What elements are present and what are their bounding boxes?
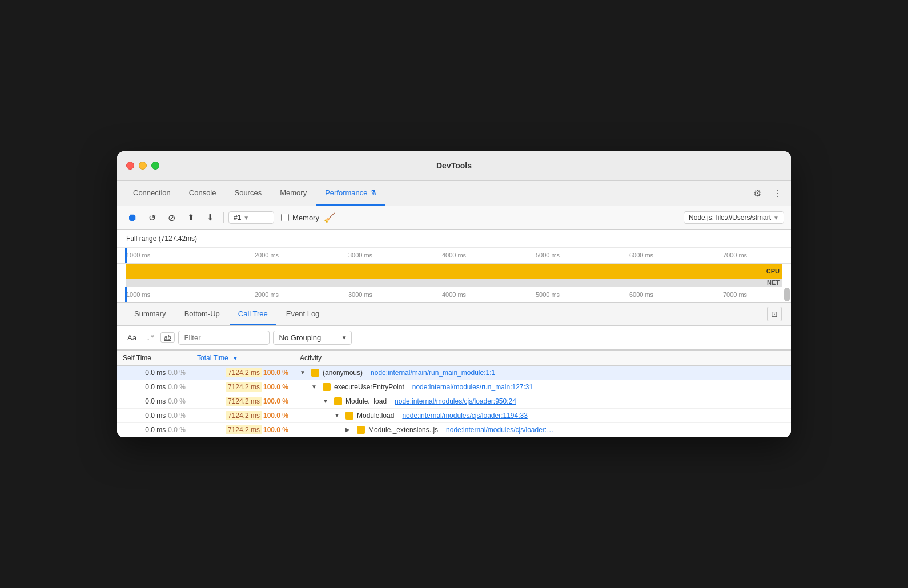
table-row[interactable]: 0.0 ms0.0 %7124.2 ms100.0 % ▼ Module.loa… [117,408,791,422]
self-time-value: 0.0 ms [145,369,166,377]
tab-call-tree[interactable]: Call Tree [230,303,276,325]
func-name: Module.load [357,412,394,420]
func-name: (anonymous) [323,369,363,377]
grouping-select[interactable]: No Grouping Group by URL Group by Domain [273,331,352,345]
profile-label: #1 [234,214,241,221]
upload-button[interactable]: ⬆ [182,209,199,226]
panel-toggle-button[interactable]: ⊡ [767,307,782,321]
table-row[interactable]: 0.0 ms0.0 %7124.2 ms100.0 % ▼ Module._lo… [117,394,791,408]
node-selector[interactable]: Node.js: file:///Users/stmart ▼ [684,211,784,224]
tab-event-log[interactable]: Event Log [278,303,328,325]
match-whole-word-button[interactable]: ab [160,332,174,343]
clear-button[interactable]: ⊘ [163,209,180,226]
total-time-value: 7124.2 ms [226,382,262,392]
cpu-bar [126,264,782,279]
close-button[interactable] [126,162,134,170]
more-button[interactable]: ⋮ [770,186,784,201]
func-link[interactable]: node:internal/modules/run_main:127:31 [412,383,533,391]
devtools-window: DevTools Connection Console Sources Memo… [117,151,791,437]
tabs-bar: Connection Console Sources Memory Perfor… [117,181,791,206]
total-pct-value: 100.0 % [263,426,288,434]
memory-label: Memory [292,214,319,222]
total-pct-value: 100.0 % [263,383,288,391]
self-time-value: 0.0 ms [145,383,166,391]
func-link[interactable]: node:internal/modules/cjs/loader:950:24 [395,397,516,405]
bottom-tabs: Summary Bottom-Up Call Tree Event Log ⊡ [117,303,791,326]
tab-performance[interactable]: Performance ⚗ [316,181,385,206]
net-bar [126,279,782,287]
expand-arrow-icon[interactable]: ▼ [311,384,319,390]
expand-arrow-icon[interactable]: ▼ [300,369,308,376]
timeline-cursor-2 [125,287,127,302]
func-name: Module._load [345,397,387,405]
regex-button[interactable]: .* [143,332,157,343]
self-time-value: 0.0 ms [145,426,166,434]
filter-bar: Aa .* ab No Grouping Group by URL Group … [117,326,791,350]
profile-selector[interactable]: #1 ▼ [228,211,274,224]
table-row[interactable]: 0.0 ms0.0 %7124.2 ms100.0 % ▶ Module._ex… [117,422,791,437]
call-tree-table: Self Time Total Time ▼ Activity 0.0 ms0.… [117,351,791,437]
top-ruler: 1000 ms 2000 ms 3000 ms 4000 ms 5000 ms … [117,248,791,264]
sort-arrow-icon: ▼ [232,355,238,361]
case-sensitive-button[interactable]: Aa [124,332,140,344]
timeline-cursor [125,248,127,263]
download-button[interactable]: ⬇ [202,209,219,226]
expand-arrow-icon[interactable]: ▼ [323,398,331,404]
self-time-value: 0.0 ms [145,397,166,405]
func-name: executeUserEntryPoint [334,383,404,391]
expand-arrow-icon[interactable]: ▼ [334,412,342,418]
self-pct-value: 0.0 % [168,412,186,420]
timeline-header: Full range (7127.42ms) [117,230,791,248]
minimize-button[interactable] [139,162,147,170]
ruler-mark-5000: 5000 ms [501,252,594,259]
filter-input[interactable] [178,331,270,345]
range-label: Full range (7127.42ms) [126,235,197,243]
tab-summary[interactable]: Summary [126,303,174,325]
ruler-mark-b-1000: 1000 ms [126,291,220,298]
memory-checkbox[interactable] [281,214,289,221]
ruler-mark-6000: 6000 ms [594,252,688,259]
tabs-actions: ⚙ ⋮ [751,186,784,201]
func-icon [334,397,342,405]
ruler-mark-7000: 7000 ms [688,252,782,259]
record-button[interactable]: ⏺ [124,209,141,226]
node-arrow-icon: ▼ [773,215,779,221]
tab-bottom-up[interactable]: Bottom-Up [176,303,228,325]
title-bar: DevTools [117,151,791,181]
total-time-value: 7124.2 ms [226,425,262,434]
tab-connection[interactable]: Connection [124,181,180,206]
reload-button[interactable]: ↺ [143,209,160,226]
table-row[interactable]: 0.0 ms0.0 %7124.2 ms100.0 % ▼ (anonymous… [117,365,791,380]
tab-sources[interactable]: Sources [225,181,271,206]
func-link[interactable]: node:internal/modules/cjs/loader:… [446,426,553,434]
ruler-mark-4000: 4000 ms [407,252,501,259]
func-link[interactable]: node:internal/modules/cjs/loader:1194:33 [402,412,527,420]
table-row[interactable]: 0.0 ms0.0 %7124.2 ms100.0 % ▼ executeUse… [117,380,791,394]
table-header-row: Self Time Total Time ▼ Activity [117,351,791,366]
self-time-value: 0.0 ms [145,412,166,420]
broom-icon[interactable]: 🧹 [324,212,335,223]
func-name: Module._extensions..js [368,426,438,434]
ruler-scrollbar[interactable] [784,288,790,301]
maximize-button[interactable] [151,162,159,170]
func-icon [345,412,353,420]
ruler-mark-2000: 2000 ms [220,252,314,259]
th-total-time[interactable]: Total Time ▼ [191,351,294,366]
ruler-mark-b-5000: 5000 ms [501,291,594,298]
ruler-mark-1000: 1000 ms [126,252,220,259]
expand-arrow-icon[interactable]: ▶ [345,426,353,433]
total-time-value: 7124.2 ms [226,397,262,406]
cpu-label: CPU [766,268,780,275]
settings-button[interactable]: ⚙ [751,186,764,201]
total-pct-value: 100.0 % [263,369,288,377]
tab-memory[interactable]: Memory [271,181,316,206]
tab-console[interactable]: Console [180,181,226,206]
ruler-mark-b-4000: 4000 ms [407,291,501,298]
ruler-mark-b-7000: 7000 ms [688,291,782,298]
self-pct-value: 0.0 % [168,397,186,405]
func-link[interactable]: node:internal/main/run_main_module:1:1 [371,369,495,377]
net-label: NET [767,279,780,286]
total-pct-value: 100.0 % [263,412,288,420]
total-time-value: 7124.2 ms [226,368,262,377]
bottom-ruler: 1000 ms 2000 ms 3000 ms 4000 ms 5000 ms … [117,287,791,303]
